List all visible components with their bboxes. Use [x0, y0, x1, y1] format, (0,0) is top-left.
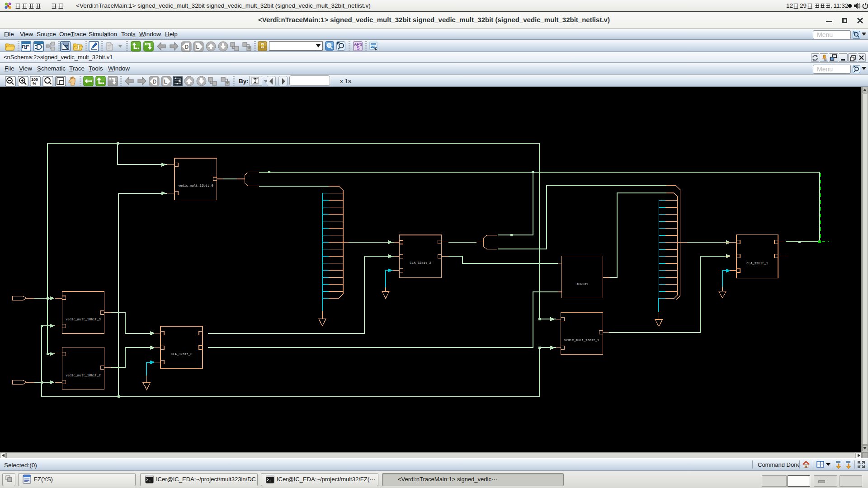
svg-text:D: D: [185, 44, 189, 50]
svg-text:L: L: [196, 44, 199, 50]
svg-text:S: S: [357, 46, 360, 51]
svg-text:CLA_32bit_1: CLA_32bit_1: [746, 262, 768, 265]
svg-text:vedic_mult_16bit_2: vedic_mult_16bit_2: [66, 374, 101, 377]
svg-text:CLA_32bit_2: CLA_32bit_2: [410, 261, 431, 265]
svg-text:%: %: [33, 81, 36, 86]
svg-text:vedic_mult_16bit_3: vedic_mult_16bit_3: [66, 318, 101, 321]
svg-text:D: D: [153, 79, 157, 85]
svg-text:vedic_mult_16bit_1: vedic_mult_16bit_1: [564, 338, 599, 342]
svg-text:XOR2X1: XOR2X1: [576, 282, 588, 286]
svg-text:L: L: [164, 79, 167, 85]
svg-text:vedic_mult_16bit_0: vedic_mult_16bit_0: [178, 184, 213, 188]
svg-text:CLA_32bit_0: CLA_32bit_0: [171, 352, 192, 356]
